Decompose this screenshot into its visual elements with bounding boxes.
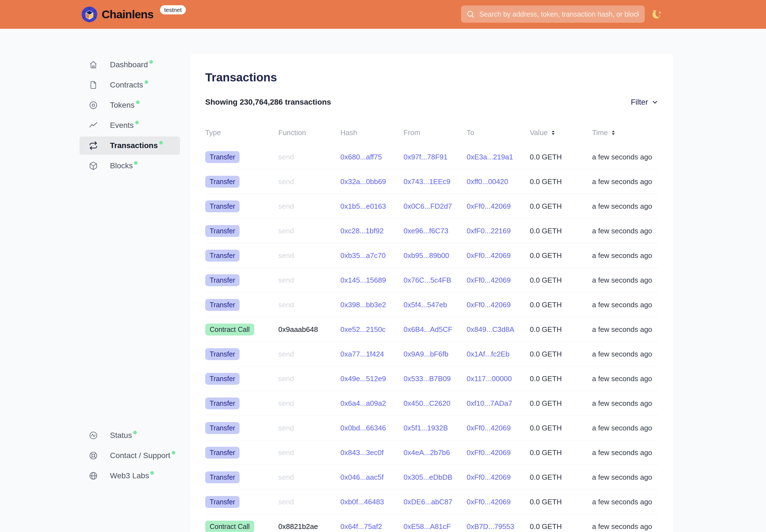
type-badge: Transfer — [205, 299, 239, 311]
function-label: send — [278, 498, 340, 506]
value-text: 0.0 GETH — [530, 153, 592, 161]
value-text: 0.0 GETH — [530, 301, 592, 309]
sidebar-item-events[interactable]: Events — [79, 116, 180, 135]
time-text: a few seconds ago — [592, 473, 659, 482]
function-label: 0x8821b2ae — [278, 522, 340, 531]
col-header-value[interactable]: Value — [530, 128, 592, 137]
hash-link[interactable]: 0x32a...0bb69 — [340, 177, 386, 186]
hash-link[interactable]: 0xe52...2150c — [340, 325, 386, 334]
value-text: 0.0 GETH — [530, 424, 592, 432]
to-link[interactable]: 0xf10...7ADa7 — [467, 399, 512, 407]
from-link[interactable]: 0x9A9...bF6fb — [404, 350, 448, 358]
hash-link[interactable]: 0xc28...1bf92 — [340, 227, 384, 235]
from-link[interactable]: 0x0C6...FD2d7 — [404, 202, 452, 210]
to-link[interactable]: 0xfF0...22169 — [467, 227, 511, 235]
sidebar-item-status[interactable]: Status — [79, 426, 180, 445]
sidebar-item-web3-labs[interactable]: Web3 Labs — [79, 467, 180, 485]
type-badge: Transfer — [205, 274, 239, 286]
hash-link[interactable]: 0xb0f...46483 — [340, 498, 384, 506]
filter-button[interactable]: Filter — [631, 98, 659, 107]
sort-icon[interactable] — [611, 130, 616, 136]
type-badge: Transfer — [205, 397, 239, 409]
from-link[interactable]: 0x4eA...2b7b6 — [404, 448, 450, 457]
brand-logo-link[interactable]: Chainlens testnet — [81, 5, 186, 24]
sidebar-item-tokens[interactable]: Tokens — [79, 96, 180, 114]
hash-link[interactable]: 0x64f...75af2 — [340, 522, 382, 531]
time-text: a few seconds ago — [592, 325, 659, 334]
from-link[interactable]: 0x76C...5c4FB — [404, 276, 451, 284]
to-link[interactable]: 0x849...C3d8A — [467, 325, 514, 334]
time-text: a few seconds ago — [592, 498, 659, 506]
file-icon — [89, 81, 98, 89]
hash-link[interactable]: 0x680...aff75 — [340, 153, 382, 161]
to-link[interactable]: 0xFf0...42069 — [467, 301, 511, 309]
sidebar-item-contact-support[interactable]: Contact / Support — [79, 446, 180, 465]
function-label: send — [278, 350, 340, 358]
status-online-dot — [159, 141, 163, 144]
value-text: 0.0 GETH — [530, 177, 592, 186]
to-link[interactable]: 0xE3a...219a1 — [467, 153, 513, 161]
status-online-dot — [136, 100, 140, 104]
to-link[interactable]: 0xFf0...42069 — [467, 276, 511, 284]
hash-link[interactable]: 0xa77...1f424 — [340, 350, 384, 358]
type-badge: Transfer — [205, 471, 239, 483]
to-link[interactable]: 0xFf0...42069 — [467, 473, 511, 481]
hash-link[interactable]: 0x6a4...a09a2 — [340, 399, 386, 407]
to-link[interactable]: 0xFf0...42069 — [467, 251, 511, 260]
from-link[interactable]: 0x97f...78F91 — [404, 153, 448, 161]
hash-link[interactable]: 0x0bd...66346 — [340, 424, 386, 432]
sort-icon[interactable] — [551, 130, 556, 136]
time-text: a few seconds ago — [592, 202, 659, 211]
chainlens-logo-icon — [81, 6, 98, 23]
from-link[interactable]: 0xDE6...abC87 — [404, 498, 452, 506]
chevron-down-icon — [651, 99, 659, 106]
from-link[interactable]: 0x5f1...1932B — [404, 424, 448, 432]
col-header-time[interactable]: Time — [592, 128, 659, 137]
hash-link[interactable]: 0x145...15689 — [340, 276, 386, 284]
hash-link[interactable]: 0x843...3ec0f — [340, 448, 384, 457]
value-text: 0.0 GETH — [530, 251, 592, 260]
support-icon — [89, 451, 98, 460]
sidebar-item-transactions[interactable]: Transactions — [79, 136, 180, 155]
to-link[interactable]: 0xff0...00420 — [467, 177, 508, 186]
from-link[interactable]: 0x305...eDbDB — [404, 473, 452, 481]
sidebar-item-contracts[interactable]: Contracts — [79, 76, 180, 94]
from-link[interactable]: 0xb95...89b00 — [404, 251, 449, 260]
to-link[interactable]: 0x1Af...fc2Eb — [467, 350, 510, 358]
sidebar-item-dashboard[interactable]: Dashboard — [79, 56, 180, 74]
hash-link[interactable]: 0x398...bb3e2 — [340, 301, 386, 309]
status-online-dot — [135, 121, 139, 124]
time-text: a few seconds ago — [592, 375, 659, 383]
to-link[interactable]: 0xFf0...42069 — [467, 202, 511, 210]
to-link[interactable]: 0x117...00000 — [467, 375, 512, 383]
from-link[interactable]: 0x743...1EEc9 — [404, 177, 450, 186]
table-row: Transfer send 0xb35...a7c70 0xb95...89b0… — [205, 243, 659, 268]
from-link[interactable]: 0x6B4...Ad5CF — [404, 325, 452, 334]
sidebar-item-blocks[interactable]: Blocks — [79, 157, 180, 175]
from-link[interactable]: 0x450...C2620 — [404, 399, 450, 407]
from-link[interactable]: 0xe96...f6C73 — [404, 227, 448, 235]
to-link[interactable]: 0xFf0...42069 — [467, 498, 511, 506]
theme-toggle-button[interactable] — [650, 7, 665, 22]
sidebar-nav: Dashboard Contracts Tokens Events Transa… — [79, 56, 180, 177]
to-link[interactable]: 0xFf0...42069 — [467, 448, 511, 457]
to-link[interactable]: 0xB7D...79553 — [467, 522, 514, 531]
blocks-icon — [89, 161, 98, 170]
events-icon — [89, 121, 98, 130]
from-link[interactable]: 0x533...B7B09 — [404, 375, 451, 383]
to-link[interactable]: 0xFf0...42069 — [467, 424, 511, 432]
from-link[interactable]: 0x5f4...547eb — [404, 301, 447, 309]
status-online-dot — [144, 80, 148, 84]
search-input[interactable] — [479, 10, 639, 19]
hash-link[interactable]: 0x1b5...e0163 — [340, 202, 386, 210]
function-label: send — [278, 251, 340, 260]
table-row: Transfer send 0x6a4...a09a2 0x450...C262… — [205, 391, 659, 416]
value-text: 0.0 GETH — [530, 473, 592, 482]
hash-link[interactable]: 0xb35...a7c70 — [340, 251, 386, 260]
hash-link[interactable]: 0x49e...512e9 — [340, 375, 386, 383]
function-label: send — [278, 276, 340, 285]
hash-link[interactable]: 0x046...aac5f — [340, 473, 384, 481]
from-link[interactable]: 0xE58...A81cF — [404, 522, 451, 531]
value-text: 0.0 GETH — [530, 498, 592, 506]
type-badge: Transfer — [205, 496, 239, 508]
